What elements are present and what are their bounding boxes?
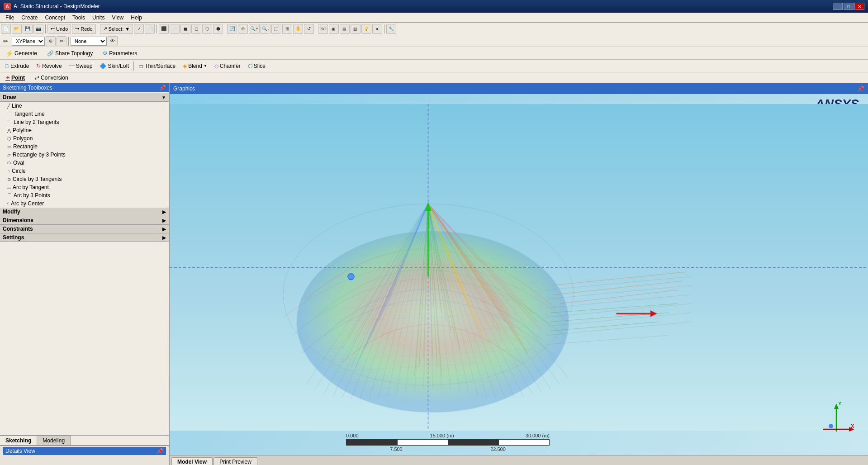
draw-items: ╱ Line ⌒ Tangent Line ⌒ Line by 2 Tangen… — [0, 102, 169, 208]
screenshot-button[interactable]: 📷 — [33, 24, 43, 34]
menu-view[interactable]: View — [108, 14, 127, 22]
draw-item-line[interactable]: ╱ Line — [0, 102, 169, 110]
blend-dropdown[interactable]: ▼ — [204, 64, 207, 68]
rect-3p-label: Rectangle by 3 Points — [13, 152, 66, 158]
draw-item-circle-3t[interactable]: ⊙ Circle by 3 Tangents — [0, 175, 169, 183]
modify-section-header[interactable]: Modify ▶ — [0, 208, 169, 216]
select-icon: ↗ — [103, 26, 107, 32]
panel-pin-icon[interactable]: 📌 — [159, 85, 166, 91]
thin-surface-label: Thin/Surface — [145, 63, 175, 69]
parameters-button[interactable]: ⚙ Parameters — [99, 48, 141, 58]
box-select2[interactable]: ⬜ — [170, 24, 180, 34]
titlebar-title: A: Static Structural - DesignModeler — [14, 3, 100, 9]
settings-section-header[interactable]: Settings ▶ — [0, 233, 169, 242]
graphics-pin-icon[interactable]: 📌 — [858, 85, 864, 92]
draw-item-rectangle[interactable]: ▭ Rectangle — [0, 142, 169, 151]
print-preview-tab[interactable]: Print Preview — [213, 457, 257, 465]
revolve-button[interactable]: ↻ Revolve — [33, 61, 65, 71]
feature-bar: ⚡ Generate 🔗 Share Topology ⚙ Parameters — [0, 47, 868, 60]
redo-button[interactable]: ↪ Redo — [72, 24, 95, 34]
save-button[interactable]: 💾 — [23, 24, 33, 34]
model-view-tab[interactable]: Model View — [171, 457, 213, 465]
draw-item-polyline[interactable]: ⋀ Polyline — [0, 126, 169, 134]
axis-svg: Y X — [818, 400, 854, 436]
dimensions-section-header[interactable]: Dimensions ▶ — [0, 216, 169, 225]
point-size-btn[interactable]: ● — [372, 24, 382, 34]
look-at-btn[interactable]: 👁 — [108, 36, 118, 46]
view-btn1[interactable]: ▣ — [329, 24, 339, 34]
menu-help[interactable]: Help — [127, 14, 146, 22]
menu-file[interactable]: File — [2, 14, 18, 22]
zoom-all-btn[interactable]: ⊞ — [282, 24, 292, 34]
select-box-btn[interactable]: ⬜ — [145, 24, 155, 34]
zoom-box-btn[interactable]: ⬚ — [271, 24, 281, 34]
draw-item-arc-tangent[interactable]: ⌓ Arc by Tangent — [0, 183, 169, 191]
draw-section-header[interactable]: Draw ▼ — [0, 93, 169, 102]
menu-tools[interactable]: Tools — [69, 14, 89, 22]
select-arrow-btn[interactable]: ↗ — [134, 24, 144, 34]
maximize-button[interactable]: □ — [844, 3, 854, 10]
pan-btn[interactable]: ✋ — [293, 24, 303, 34]
redo-icon: ↪ — [75, 26, 79, 32]
minimize-button[interactable]: – — [833, 3, 843, 10]
rotate-btn[interactable]: ↺ — [304, 24, 314, 34]
sketch-list: Draw ▼ ╱ Line ⌒ Tangent Line ⌒ Line by 2… — [0, 92, 169, 435]
draw-item-arc-3p[interactable]: ⌒ Arc by 3 Points — [0, 191, 169, 199]
blend-button[interactable]: ◈ Blend ▼ — [179, 61, 211, 71]
new-plane-btn[interactable]: ⊕ — [46, 36, 56, 46]
details-pin-icon[interactable]: 📌 — [157, 448, 163, 454]
share-topology-button[interactable]: 🔗 Share Topology — [43, 48, 96, 58]
scale-bar: 0.000 15.000 (m) 30.000 (m) 7.500 22.500 — [346, 433, 550, 452]
constraints-section-header[interactable]: Constraints ▶ — [0, 225, 169, 233]
thin-surface-button[interactable]: ▭ Thin/Surface — [135, 61, 179, 71]
view-btn2[interactable]: ▤ — [340, 24, 350, 34]
draw-item-rect-3p[interactable]: ▱ Rectangle by 3 Points — [0, 151, 169, 159]
arc-center-label: Arc by Center — [11, 200, 44, 207]
point-mode-btn[interactable]: ✦ Point — [2, 73, 28, 82]
tools-btn[interactable]: 🔧 — [386, 24, 396, 34]
zoom-out-btn[interactable]: 🔍- — [261, 24, 270, 34]
view-btn3[interactable]: ▥ — [351, 24, 360, 34]
chamfer-button[interactable]: ◇ Chamfer — [211, 61, 244, 71]
zoom-extents-btn[interactable]: ⊕ — [238, 24, 248, 34]
viewport[interactable] — [170, 94, 868, 441]
draw-item-circle[interactable]: ○ Circle — [0, 167, 169, 175]
graphics-title-label: Graphics — [173, 85, 195, 92]
sketch-select[interactable]: None — [71, 37, 107, 46]
slice-button[interactable]: ⬡ Slice — [244, 61, 269, 71]
sweep-button[interactable]: 〰 Sweep — [66, 61, 96, 71]
wire-btn2[interactable]: ⬢ — [213, 24, 223, 34]
iso-btn[interactable]: ISO — [318, 24, 328, 34]
menu-create[interactable]: Create — [18, 14, 41, 22]
open-button[interactable]: 📂 — [12, 24, 22, 34]
draw-item-tangent-line[interactable]: ⌒ Tangent Line — [0, 110, 169, 118]
extrude-button[interactable]: ⬡ Extrude — [1, 61, 33, 71]
sketching-toolboxes-title: Sketching Toolboxes 📌 — [0, 83, 169, 92]
plane-select[interactable]: XYPlane XZPlane YZPlane — [12, 37, 45, 46]
undo-button[interactable]: ↩ Undo — [47, 24, 71, 34]
select-dropdown[interactable]: ↗ Select: ▼ — [100, 24, 133, 34]
tab-sketching[interactable]: Sketching — [0, 436, 37, 445]
skin-loft-button[interactable]: 🔷 Skin/Loft — [96, 61, 133, 71]
dropdown-arrow: ▼ — [125, 26, 130, 32]
conversion-mode-btn[interactable]: ⇄ Conversion — [31, 73, 72, 82]
draw-item-oval[interactable]: ⬭ Oval — [0, 159, 169, 167]
tab-modeling[interactable]: Modeling — [37, 436, 71, 445]
svg-text:X: X — [851, 423, 854, 429]
close-button[interactable]: ✕ — [854, 3, 864, 10]
shade-btn[interactable]: ◼ — [180, 24, 190, 34]
shade-btn2[interactable]: ◻ — [191, 24, 201, 34]
box-select[interactable]: ⬛ — [159, 24, 169, 34]
new-sketch-btn[interactable]: ✏ — [57, 36, 66, 46]
menu-units[interactable]: Units — [89, 14, 108, 22]
wire-btn[interactable]: ⬡ — [202, 24, 212, 34]
menu-concept[interactable]: Concept — [41, 14, 69, 22]
generate-button[interactable]: ⚡ Generate — [2, 48, 41, 58]
draw-item-polygon[interactable]: ⬡ Polygon — [0, 134, 169, 142]
zoom-in-btn[interactable]: 🔍+ — [249, 24, 260, 34]
lights-btn[interactable]: 💡 — [361, 24, 371, 34]
draw-item-arc-center[interactable]: ◜ Arc by Center — [0, 199, 169, 208]
refresh-btn[interactable]: 🔄 — [227, 24, 237, 34]
draw-item-line-2t[interactable]: ⌒ Line by 2 Tangents — [0, 118, 169, 126]
new-button[interactable]: 📄 — [1, 24, 11, 34]
